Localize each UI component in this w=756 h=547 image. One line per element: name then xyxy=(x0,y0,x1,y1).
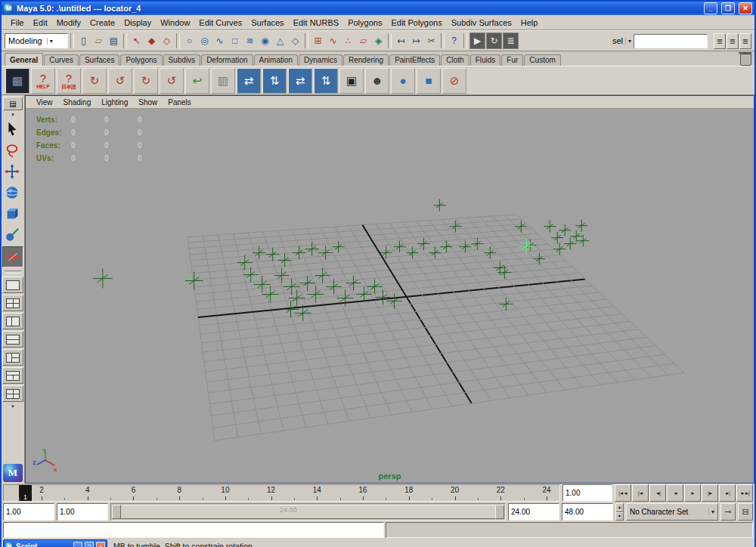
show-manipulator-tool[interactable] xyxy=(2,225,22,245)
toolbox-collapse-button[interactable]: ▾ xyxy=(4,112,22,118)
sphere-icon[interactable]: ● xyxy=(391,68,415,94)
mini-close-button[interactable]: ✕ xyxy=(96,542,105,547)
monitor-icon[interactable]: ▣ xyxy=(339,68,364,94)
shelf-tab-general[interactable]: General xyxy=(5,53,43,66)
menu-modify[interactable]: Modify xyxy=(52,17,85,28)
restore-button[interactable]: ❐ xyxy=(721,2,735,14)
toggle-channel-box-icon[interactable]: ≣ xyxy=(739,33,751,49)
poly-transfer-2-icon[interactable]: ⇅ xyxy=(262,68,287,94)
select-tool[interactable] xyxy=(2,119,22,139)
auto-keyframe-icon[interactable]: ⊸ xyxy=(720,503,736,521)
construction-history-icon[interactable]: ✂ xyxy=(424,33,438,48)
play-backward-button[interactable]: ◄ xyxy=(667,484,683,502)
layout-four-panes[interactable] xyxy=(2,295,23,311)
menu-polygons[interactable]: Polygons xyxy=(343,17,386,28)
viewport-canvas[interactable]: Verts:000Edges:000Faces:000UVs:000 Y x Z… xyxy=(26,109,754,483)
range-slider[interactable]: 24.00 xyxy=(110,503,506,521)
mask-rendering-icon[interactable]: △ xyxy=(273,33,287,48)
menu-subdiv-surfaces[interactable]: Subdiv Surfaces xyxy=(447,17,516,28)
mask-dynamics-icon[interactable]: ◉ xyxy=(258,33,272,48)
input-connections-icon[interactable]: ↤ xyxy=(394,33,408,48)
layout-hypergraph-persp[interactable] xyxy=(2,385,23,402)
shelf-tab-animation[interactable]: Animation xyxy=(254,54,298,66)
step-forward-key-button[interactable]: ►| xyxy=(719,484,736,502)
delete-shelf-icon[interactable] xyxy=(740,54,751,66)
panel-menu-shading[interactable]: Shading xyxy=(59,98,96,107)
shelf-tab-fluids[interactable]: Fluids xyxy=(470,54,501,66)
character-set-selector[interactable]: No Character Set ▾ xyxy=(626,503,718,521)
panel-menu-view[interactable]: View xyxy=(32,98,57,107)
shelf-tab-dynamics[interactable]: Dynamics xyxy=(299,54,342,66)
range-start-handle[interactable] xyxy=(112,505,121,519)
help-japanese-icon[interactable]: ?日本語 xyxy=(57,68,81,94)
current-frame-marker[interactable]: 1 xyxy=(19,485,32,501)
move-tool[interactable] xyxy=(2,162,22,181)
shelf-tab-fur[interactable]: Fur xyxy=(501,54,523,66)
snap-to-viewplane-icon[interactable]: ▱ xyxy=(356,33,370,48)
new-scene-icon[interactable]: ▯ xyxy=(76,33,91,48)
menu-surfaces[interactable]: Surfaces xyxy=(246,17,288,28)
command-input[interactable] xyxy=(3,522,384,538)
script-editor-taskbar-button[interactable]: M Script ... _ ❐ ✕ xyxy=(3,539,107,547)
animation-start-field[interactable] xyxy=(3,503,54,521)
shelf-tab-curves[interactable]: Curves xyxy=(44,54,79,66)
menu-edit-curves[interactable]: Edit Curves xyxy=(194,17,246,28)
scale-tool[interactable] xyxy=(2,204,22,224)
menu-create[interactable]: Create xyxy=(85,17,119,28)
make-live-icon[interactable]: ◈ xyxy=(371,33,386,48)
minimize-button[interactable]: _ xyxy=(704,2,717,14)
shelf-tab-subdivs[interactable]: Subdivs xyxy=(163,54,201,66)
shelf-tab-custom[interactable]: Custom xyxy=(524,54,560,66)
layout-two-stacked[interactable] xyxy=(2,331,23,348)
render-globals-icon[interactable]: ≣ xyxy=(503,32,519,49)
menu-file[interactable]: File xyxy=(6,17,29,28)
quick-select-input[interactable] xyxy=(634,34,708,48)
spin-up-icon[interactable]: ▴ xyxy=(615,503,624,512)
snap-to-grid-icon[interactable]: ⊞ xyxy=(311,33,325,48)
shelf-popup-icon[interactable]: ▦ xyxy=(5,68,29,94)
step-back-frame-button[interactable]: ◄| xyxy=(649,484,666,502)
poly-transfer-3-icon[interactable]: ⇄ xyxy=(288,68,312,94)
poly-transfer-1-icon[interactable]: ⇄ xyxy=(237,68,261,94)
mask-handles-icon[interactable]: ○ xyxy=(182,33,197,48)
more-layouts-button[interactable]: ▾ xyxy=(4,403,22,409)
menu-edit-polygons[interactable]: Edit Polygons xyxy=(386,17,446,28)
animation-preferences-icon[interactable]: ⊟ xyxy=(738,503,753,521)
menu-help[interactable]: Help xyxy=(516,17,543,28)
animation-end-field[interactable] xyxy=(562,503,613,521)
cube-icon[interactable]: ■ xyxy=(417,68,441,94)
go-to-start-button[interactable]: |◄◄ xyxy=(615,484,631,502)
playback-end-field[interactable] xyxy=(508,503,559,521)
panel-menu-panels[interactable]: Panels xyxy=(163,98,196,107)
menu-edit-nurbs[interactable]: Edit NURBS xyxy=(289,17,344,28)
open-scene-icon[interactable]: ▱ xyxy=(91,33,106,48)
spin-down-icon[interactable]: ▾ xyxy=(615,512,624,521)
mask-surfaces-icon[interactable]: □ xyxy=(228,33,242,48)
step-forward-frame-button[interactable]: |► xyxy=(702,484,718,502)
ipr-render-icon[interactable]: ↻ xyxy=(486,32,502,49)
layout-pane-top-split[interactable] xyxy=(2,367,23,384)
time-slider[interactable]: 1 24681012141618202224 xyxy=(3,484,560,502)
select-hierarchy-icon[interactable]: ↖ xyxy=(129,33,144,48)
shelf-tab-surfaces[interactable]: Surfaces xyxy=(79,54,119,66)
shelf-tab-painteffects[interactable]: PaintEffects xyxy=(389,54,440,66)
menu-edit[interactable]: Edit xyxy=(29,17,52,28)
menu-set-selector[interactable]: Modeling ▾ xyxy=(5,33,68,48)
mask-curves-icon[interactable]: ∿ xyxy=(212,33,227,48)
playback-start-field[interactable] xyxy=(57,503,108,521)
toggle-attribute-editor-icon[interactable]: ≣ xyxy=(714,33,726,49)
select-component-icon[interactable]: ◇ xyxy=(160,33,174,48)
panel-menu-show[interactable]: Show xyxy=(134,98,162,107)
toolbox-menu-button[interactable]: ▤ xyxy=(3,97,23,110)
poly-transfer-4-icon[interactable]: ⇅ xyxy=(314,68,338,94)
layout-two-side-by-side[interactable] xyxy=(2,313,23,329)
cylinder-icon[interactable]: ▥ xyxy=(211,68,235,94)
mini-minimize-button[interactable]: _ xyxy=(73,542,82,547)
panel-menu-lighting[interactable]: Lighting xyxy=(97,98,132,107)
range-bar[interactable] xyxy=(120,505,496,519)
rotate-tool-variant-3-icon[interactable]: ↻ xyxy=(134,68,158,94)
delete-history-icon[interactable]: ⊘ xyxy=(442,68,466,94)
scene-view[interactable] xyxy=(26,109,754,483)
step-back-key-button[interactable]: |◄ xyxy=(632,484,649,502)
layout-pane-left-third[interactable] xyxy=(2,349,23,366)
